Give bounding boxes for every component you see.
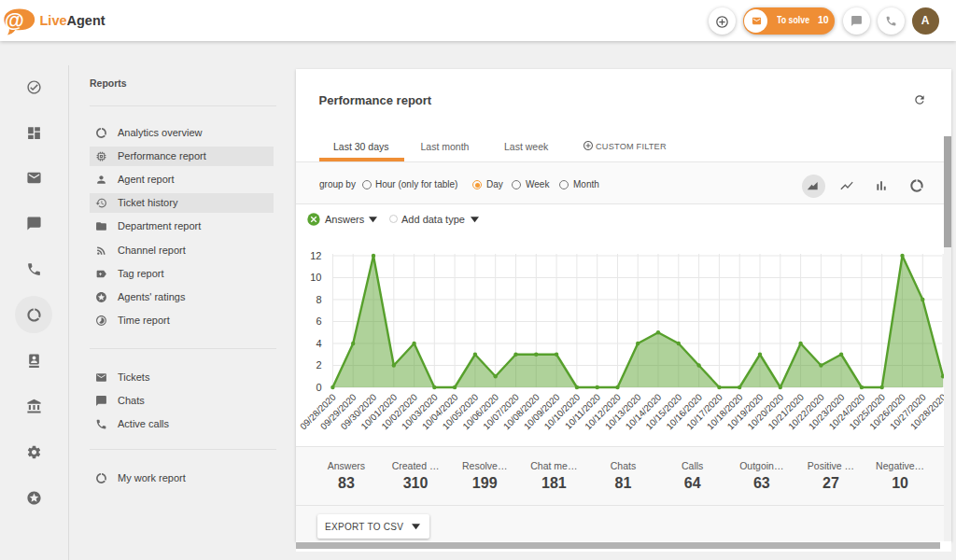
svg-text:6: 6 (316, 315, 321, 327)
svg-text:2: 2 (316, 359, 321, 371)
svg-text:10: 10 (310, 272, 321, 283)
svg-text:12: 12 (310, 250, 321, 261)
svg-text:0: 0 (316, 382, 321, 393)
svg-text:@: @ (5, 9, 24, 32)
svg-text:4: 4 (316, 338, 321, 349)
svg-text:8: 8 (316, 294, 321, 305)
